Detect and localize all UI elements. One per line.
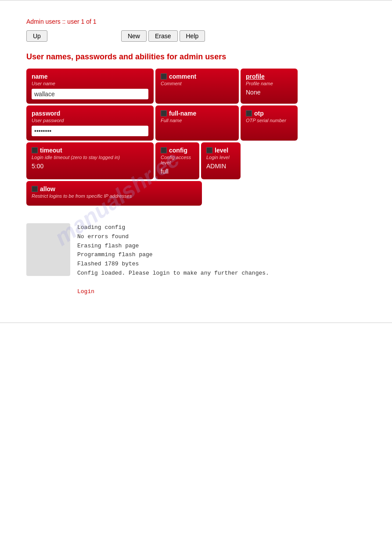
timeout-field-card: timeout Login idle timeout (zero to stay… <box>26 142 154 179</box>
name-field-card: name User name <box>26 69 154 104</box>
name-sublabel: User name <box>32 81 148 86</box>
breadcrumb-admin-users: Admin users <box>26 18 61 25</box>
comment-sublabel: Comment <box>161 81 234 86</box>
timeout-value: 5:00 <box>32 163 148 170</box>
name-label: name <box>32 73 148 80</box>
breadcrumb-total-num: 1 <box>93 18 97 25</box>
config-value: full <box>161 168 194 175</box>
profile-value: None <box>246 89 292 96</box>
breadcrumb-separator: :: user 1 <box>62 18 86 25</box>
console-line-5: Flashed 1789 bytes <box>77 260 269 269</box>
console-line-2: No errors found <box>77 232 269 242</box>
console-text: Loading config No errors found Erasing f… <box>77 223 269 296</box>
toolbar: Up New Erase Help <box>26 30 366 42</box>
otp-sublabel: OTP serial number <box>246 118 292 123</box>
breadcrumb-of: of <box>86 18 91 25</box>
console-line-4: Programming flash page <box>77 250 269 260</box>
config-field-card: config Config access level full <box>155 142 199 179</box>
console-line-3: Erasing flash page <box>77 242 269 251</box>
otp-label: otp <box>246 110 292 117</box>
comment-label: comment <box>161 73 234 80</box>
fullname-checkbox[interactable] <box>161 110 167 116</box>
otp-checkbox[interactable] <box>246 110 252 116</box>
config-sublabel: Config access level <box>161 155 194 165</box>
comment-field-card: comment Comment <box>155 69 239 104</box>
fullname-field-card: full-name Full name <box>155 105 239 141</box>
up-button[interactable]: Up <box>26 30 47 42</box>
name-input[interactable] <box>32 89 148 99</box>
comment-checkbox[interactable] <box>161 73 167 80</box>
login-link[interactable]: Login <box>77 288 94 295</box>
allow-label: allow <box>32 185 197 192</box>
console-icon <box>26 223 70 276</box>
level-field-card: level Login level ADMIN <box>201 142 241 179</box>
password-sublabel: User password <box>32 118 148 123</box>
config-checkbox[interactable] <box>161 147 167 153</box>
profile-label: profile <box>246 73 292 80</box>
form-row-1: name User name comment Comment profile P… <box>26 69 366 104</box>
password-field-card: password User password <box>26 105 154 141</box>
breadcrumb: Admin users :: user 1 of 1 <box>26 18 366 25</box>
console-line-6: Config loaded. Please login to make any … <box>77 269 269 278</box>
allow-checkbox[interactable] <box>32 186 38 192</box>
allow-sublabel: Restrict logins to be from specific IP a… <box>32 193 197 199</box>
form-row-4: allow Restrict logins to be from specifi… <box>26 181 366 206</box>
level-checkbox[interactable] <box>206 147 212 153</box>
level-value: ADMIN <box>206 163 235 170</box>
config-label: config <box>161 147 194 154</box>
profile-sublabel: Profile name <box>246 81 292 86</box>
profile-field-card: profile Profile name None <box>241 69 298 104</box>
level-label: level <box>206 147 235 154</box>
timeout-label: timeout <box>32 147 148 154</box>
fullname-label: full-name <box>161 110 234 117</box>
fullname-sublabel: Full name <box>161 118 234 123</box>
console-line-1: Loading config <box>77 223 269 232</box>
timeout-checkbox[interactable] <box>32 147 38 153</box>
erase-button[interactable]: Erase <box>148 30 178 42</box>
otp-field-card: otp OTP serial number <box>241 105 298 141</box>
help-button[interactable]: Help <box>180 30 205 42</box>
form-row-3: timeout Login idle timeout (zero to stay… <box>26 142 366 179</box>
password-input[interactable] <box>32 126 148 136</box>
console-area: Loading config No errors found Erasing f… <box>26 223 366 296</box>
password-label: password <box>32 110 148 117</box>
form-row-2: password User password full-name Full na… <box>26 105 366 141</box>
allow-field-card: allow Restrict logins to be from specifi… <box>26 181 202 206</box>
timeout-sublabel: Login idle timeout (zero to stay logged … <box>32 155 148 160</box>
section-heading: User names, passwords and abilities for … <box>26 52 366 62</box>
level-sublabel: Login level <box>206 155 235 160</box>
new-button[interactable]: New <box>121 30 147 42</box>
